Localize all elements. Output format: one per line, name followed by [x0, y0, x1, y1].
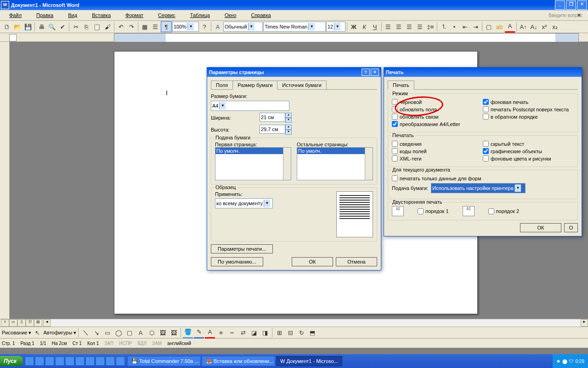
outline-view-icon[interactable]: ☷ — [26, 319, 34, 327]
menu-file[interactable]: Файл — [2, 12, 29, 19]
wordart-icon[interactable]: A — [136, 328, 146, 338]
paper-feed-combo[interactable]: Использовать настройки принтера▼ — [431, 183, 526, 193]
height-spinner[interactable]: ▲▼ — [285, 125, 292, 135]
numbered-list-icon[interactable]: ⒈ — [439, 22, 449, 32]
tab-margins[interactable]: Поля — [211, 80, 233, 89]
chk-postscript[interactable]: печатать Postscript поверх текста — [483, 106, 574, 112]
borders-icon[interactable]: ▢ — [484, 22, 494, 32]
picture-icon[interactable]: 🖼 — [169, 328, 179, 338]
line-color-icon[interactable]: ✎ — [194, 327, 204, 339]
print-icon[interactable]: 🖶 — [36, 22, 46, 32]
width-input[interactable] — [260, 113, 285, 122]
autoshapes-menu[interactable]: Автофигуры ▾ — [43, 330, 76, 336]
page-setup-titlebar[interactable]: Параметры страницы ? × — [207, 68, 381, 77]
align-justify-icon[interactable]: ☰ — [415, 22, 425, 32]
print-titlebar[interactable]: Печать — [384, 68, 582, 77]
horizontal-scrollbar[interactable]: ≡ ▭ ▯ ☷ ▤ ◄ ► — [0, 319, 588, 327]
ql-icon[interactable] — [75, 356, 85, 366]
style-combo[interactable]: Обычный▼ — [223, 22, 263, 32]
system-tray[interactable]: ❖ ⬤ 🛡 0:29 — [553, 354, 588, 368]
underline-icon[interactable]: Ч — [370, 22, 380, 32]
italic-icon[interactable]: К — [359, 22, 369, 32]
default-button[interactable]: По умолчанию... — [211, 257, 263, 266]
scroll-right-button[interactable]: ► — [581, 319, 588, 327]
chk-a4-letter[interactable]: преобразование A4/Letter — [392, 121, 483, 127]
format-painter-icon[interactable]: 🖌 — [102, 22, 113, 32]
save-icon[interactable]: 💾 — [23, 22, 33, 32]
chk-drawings[interactable]: графические объекты — [483, 148, 574, 154]
chk-bg-colors[interactable]: фоновые цвета и рисунки — [483, 155, 574, 161]
menu-window[interactable]: Окно — [217, 12, 244, 19]
show-marks-icon[interactable]: ¶ — [161, 21, 172, 32]
oval-icon[interactable]: ◯ — [113, 328, 124, 338]
first-page-listbox[interactable]: По умолч. — [215, 147, 291, 180]
chk-bg-print[interactable]: фоновая печать — [483, 99, 574, 105]
tables-icon[interactable]: ▦ — [140, 22, 150, 32]
menu-insert[interactable]: Вставка — [85, 12, 118, 19]
arrow-style-icon[interactable]: ⇄ — [238, 328, 248, 338]
menu-format[interactable]: Формат — [118, 12, 151, 19]
cancel-button[interactable]: Отмена — [336, 257, 377, 266]
tab-selector[interactable] — [9, 34, 17, 41]
zoom-combo[interactable]: 100%▼ — [172, 22, 199, 32]
bullet-list-icon[interactable]: • — [449, 22, 459, 32]
columns-icon[interactable]: ☰ — [150, 22, 160, 32]
textbox-icon[interactable]: ▢ — [124, 328, 135, 338]
highlight-icon[interactable]: ab — [494, 22, 504, 32]
minimize-button[interactable]: _ — [555, 0, 565, 10]
bold-icon[interactable]: Ж — [349, 22, 359, 32]
vertical-ruler[interactable] — [0, 42, 10, 319]
tray-icon[interactable]: 🛡 — [569, 359, 574, 364]
menu-view[interactable]: Вид — [61, 12, 85, 19]
open-icon[interactable]: 📂 — [12, 22, 23, 32]
ql-icon[interactable] — [45, 356, 54, 366]
dialog-close-button[interactable]: × — [371, 69, 379, 76]
help-icon[interactable]: ? — [199, 22, 209, 32]
font-color-draw-icon[interactable]: A — [205, 327, 215, 339]
doc-close-button[interactable]: × — [574, 11, 584, 19]
print-options-button[interactable]: Параметры печати... — [211, 244, 273, 253]
chk-update-links[interactable]: обновлять связи — [392, 114, 483, 120]
undo-icon[interactable]: ↶ — [116, 22, 126, 32]
clipart-icon[interactable]: 🖼 — [158, 328, 168, 338]
paste-icon[interactable]: 📋 — [92, 22, 102, 32]
tray-icon[interactable]: ❖ — [556, 359, 560, 364]
drawing-menu[interactable]: Рисование ▾ — [2, 330, 31, 336]
apply-to-combo[interactable]: ко всему документу▼ — [215, 198, 273, 208]
cut-icon[interactable]: ✂ — [71, 22, 81, 32]
line-style-icon[interactable]: ≡ — [216, 328, 226, 338]
spell-icon[interactable]: ✔ — [57, 22, 68, 32]
chk-update-fields[interactable]: обновлять поля — [392, 106, 483, 112]
align-left-icon[interactable]: ☰ — [383, 22, 393, 32]
align-icon[interactable]: ⬒ — [307, 328, 317, 338]
fill-color-icon[interactable]: 🪣 — [183, 327, 193, 339]
indent-icon[interactable]: ⇥ — [470, 22, 481, 32]
superscript-icon[interactable]: x² — [539, 22, 549, 32]
status-rev[interactable]: ИСПР — [119, 341, 132, 346]
preview-icon[interactable]: 🔍 — [47, 22, 57, 32]
horizontal-ruler[interactable] — [0, 33, 588, 42]
restore-button[interactable]: ❐ — [566, 0, 576, 10]
width-spinner[interactable]: ▲▼ — [285, 113, 292, 123]
tab-print[interactable]: Печать — [388, 80, 414, 90]
reading-view-icon[interactable]: ▤ — [34, 319, 42, 327]
task-firefox[interactable]: 🦊 Вставка или обновлени... — [202, 356, 275, 366]
ok-button[interactable]: ОК — [292, 257, 333, 266]
outdent-icon[interactable]: ⇤ — [460, 22, 470, 32]
help-button[interactable]: ? — [362, 69, 370, 76]
paper-size-combo[interactable]: A4▼ — [211, 101, 289, 111]
shrink-font-icon[interactable]: A↓ — [529, 22, 539, 32]
shadow-icon[interactable]: ◪ — [249, 328, 259, 338]
chk-field-codes[interactable]: коды полей — [392, 148, 483, 154]
ql-icon[interactable] — [65, 356, 74, 366]
tab-paper-size[interactable]: Размер бумаги — [232, 80, 277, 90]
ungroup-icon[interactable]: ⊟ — [285, 328, 295, 338]
rectangle-icon[interactable]: ▭ — [102, 328, 113, 338]
rotate-icon[interactable]: ↻ — [296, 328, 306, 338]
normal-view-icon[interactable]: ≡ — [1, 319, 9, 327]
chk-order-2[interactable]: порядок 2 — [488, 208, 520, 214]
group-icon[interactable]: ⊞ — [274, 328, 284, 338]
chk-draft[interactable]: черновой — [392, 99, 483, 105]
chk-xml-tags[interactable]: XML-теги — [392, 155, 483, 161]
align-right-icon[interactable]: ☰ — [404, 22, 414, 32]
